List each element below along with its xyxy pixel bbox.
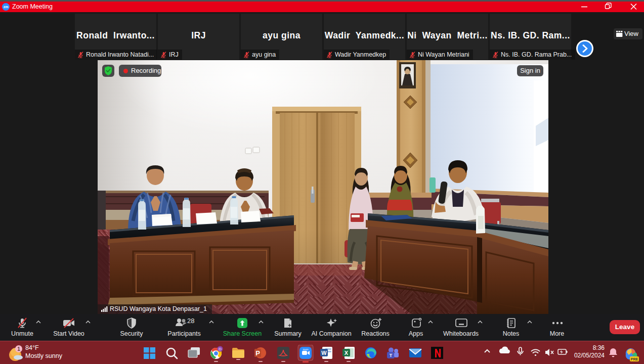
svg-text:28: 28 xyxy=(187,317,194,325)
svg-text:D: D xyxy=(219,347,222,351)
svg-text:W: W xyxy=(321,350,327,356)
svg-text:zoom: zoom xyxy=(303,348,308,351)
svg-text:PRE: PRE xyxy=(631,357,638,361)
svg-text:P: P xyxy=(255,349,260,357)
svg-text:X: X xyxy=(345,350,349,356)
svg-text:T: T xyxy=(390,353,393,358)
svg-text:1: 1 xyxy=(17,346,20,352)
